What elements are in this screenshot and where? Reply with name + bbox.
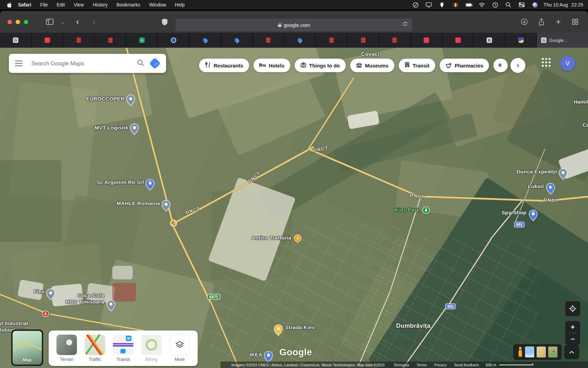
map-label-stradakiev[interactable]: Strada Kiev <box>285 324 315 331</box>
footer-link-send-feedback[interactable]: Send feedback <box>454 363 479 367</box>
privacy-shield-icon[interactable] <box>160 17 169 27</box>
tab-5-blue-emblem[interactable] <box>158 33 190 48</box>
map-pin-argomm[interactable] <box>146 179 154 192</box>
map-label-mahle[interactable]: MAHLE Romania <box>51 200 160 206</box>
pegman-icon[interactable] <box>518 347 523 357</box>
menubar-clock[interactable]: Thu 10 Aug 22:25 <box>543 2 583 7</box>
map-label-spyshop[interactable]: Spy Shop <box>418 209 526 216</box>
tab-9-blue-drop[interactable] <box>284 33 316 48</box>
siri-icon[interactable] <box>532 2 538 7</box>
imagery-thumbnail[interactable] <box>548 347 557 357</box>
reload-icon[interactable] <box>403 21 408 28</box>
menu-bookmarks[interactable]: Bookmarks <box>116 2 140 7</box>
tab-1-red-solid[interactable] <box>32 33 63 48</box>
google-maps-canvas[interactable]: EUROCCOPERMVT LogistikSc Argomm Ro SrlMA… <box>0 48 588 368</box>
map-label-argomm[interactable]: Sc Argomm Ro Srl <box>35 179 144 185</box>
menu-window[interactable]: Window <box>149 2 166 7</box>
wifi-icon[interactable] <box>479 2 485 7</box>
chevron-down-icon[interactable]: ⌄ <box>58 17 67 27</box>
tab-7-blue-drop[interactable] <box>221 33 253 48</box>
map-label-mvt[interactable]: MVT Logistik <box>19 124 128 131</box>
chip-things-to-do[interactable]: Things to do <box>295 59 346 72</box>
layer-item-more[interactable]: More <box>169 335 190 362</box>
map-pin-dunca[interactable] <box>559 168 568 181</box>
zoom-out-button[interactable]: − <box>565 333 580 345</box>
address-bar[interactable]: google.com <box>176 18 412 31</box>
my-location-button[interactable] <box>565 301 580 316</box>
map-pin-mvt[interactable] <box>130 123 139 136</box>
tab-6-blue-drop[interactable] <box>190 33 221 48</box>
search-icon[interactable] <box>137 59 144 68</box>
downloads-button[interactable] <box>520 17 529 27</box>
tab-2-red-doc[interactable] <box>63 33 95 48</box>
chips-scroll-right-button[interactable]: › <box>510 58 525 73</box>
active-app-name[interactable]: Safari <box>18 2 31 7</box>
tab-11-red-doc[interactable] <box>347 33 379 48</box>
layer-item-transit[interactable]: Transit <box>113 335 133 362</box>
map-label-antica[interactable]: Antica Trattoria <box>182 234 291 241</box>
zoom-window-button[interactable] <box>24 20 28 24</box>
menu-hamburger-icon[interactable] <box>15 61 22 66</box>
share-button[interactable] <box>537 17 546 27</box>
collapse-imagery-button[interactable] <box>564 345 579 359</box>
chip-museums[interactable]: Museums <box>350 59 394 72</box>
directions-button[interactable]: → <box>150 58 160 68</box>
map-label-kidspark[interactable]: Kids Park <box>311 206 420 213</box>
location-pin-icon[interactable] <box>439 2 445 7</box>
search-input[interactable] <box>31 60 137 67</box>
minimize-window-button[interactable] <box>16 20 20 24</box>
footer-link-romania[interactable]: Romania <box>394 363 409 367</box>
map-label-dunca[interactable]: Dunca Expediţii <box>448 168 557 175</box>
time-machine-icon[interactable] <box>492 2 498 7</box>
map-label-lukoil[interactable]: Lukoil <box>435 183 544 189</box>
menu-history[interactable]: History <box>93 2 108 7</box>
tab-10-red-doc[interactable] <box>316 33 347 48</box>
focus-icon[interactable] <box>412 2 419 7</box>
layer-item-traffic[interactable]: Traffic <box>85 335 105 362</box>
map-pin-flex[interactable] <box>46 289 55 302</box>
map-pin-mahle[interactable] <box>162 200 170 213</box>
forward-button[interactable]: › <box>89 17 99 27</box>
romanian-flag-icon[interactable] <box>452 2 458 7</box>
street-view-thumbnail[interactable] <box>525 347 534 357</box>
map-pin-lukoil[interactable] <box>546 183 555 196</box>
chip-restaurants[interactable]: Restaurants <box>199 59 249 72</box>
layer-item-biking[interactable]: Biking <box>141 335 162 362</box>
chip-partial[interactable]: R <box>493 59 508 72</box>
tab-14-pink-solid[interactable] <box>442 33 474 48</box>
menu-help[interactable]: Help <box>175 2 185 7</box>
back-button[interactable]: ‹ <box>73 17 82 27</box>
map-pin-stradakiev[interactable] <box>274 324 283 337</box>
close-window-button[interactable] <box>7 20 12 24</box>
map-pin-kidspark[interactable] <box>422 206 430 218</box>
battery-icon[interactable] <box>466 2 472 7</box>
tab-active-google[interactable]: G Google... <box>537 33 588 48</box>
map-pin-euroccoper[interactable] <box>126 94 135 107</box>
google-apps-grid-icon[interactable] <box>542 58 551 67</box>
tab-15-letter-B[interactable]: B <box>474 33 505 48</box>
account-avatar[interactable]: V <box>560 56 575 71</box>
footer-link-privacy[interactable]: Privacy <box>434 363 446 367</box>
tab-4-green-plus[interactable]: + <box>126 33 158 48</box>
chip-transit[interactable]: Transit <box>399 59 435 72</box>
display-icon[interactable] <box>426 2 432 7</box>
chip-hotels[interactable]: Hotels <box>254 59 290 72</box>
chip-pharmacies[interactable]: Pharmacies <box>440 59 489 72</box>
map-pin-antica[interactable] <box>294 234 302 246</box>
map-label-euroccoper[interactable]: EUROCCOPER <box>16 95 125 102</box>
footer-link-terms[interactable]: Terms <box>416 363 427 367</box>
layer-item-terrain[interactable]: Terrain <box>56 335 77 362</box>
tab-8-red-doc[interactable] <box>253 33 284 48</box>
control-center-icon[interactable] <box>519 2 525 7</box>
apple-menu-icon[interactable] <box>7 2 12 8</box>
new-tab-button[interactable]: + <box>554 17 563 27</box>
tab-13-pink-solid[interactable] <box>411 33 442 48</box>
tab-overview-button[interactable] <box>570 17 580 27</box>
zoom-in-button[interactable]: + <box>565 321 580 333</box>
menu-file[interactable]: File <box>40 2 48 7</box>
tab-12-red-doc[interactable] <box>379 33 411 48</box>
map-pin-cocacola[interactable] <box>107 300 115 313</box>
sidebar-toggle-icon[interactable] <box>45 17 54 27</box>
imagery-thumbnail[interactable] <box>537 347 546 357</box>
map-pin-spyshop[interactable] <box>529 210 538 223</box>
